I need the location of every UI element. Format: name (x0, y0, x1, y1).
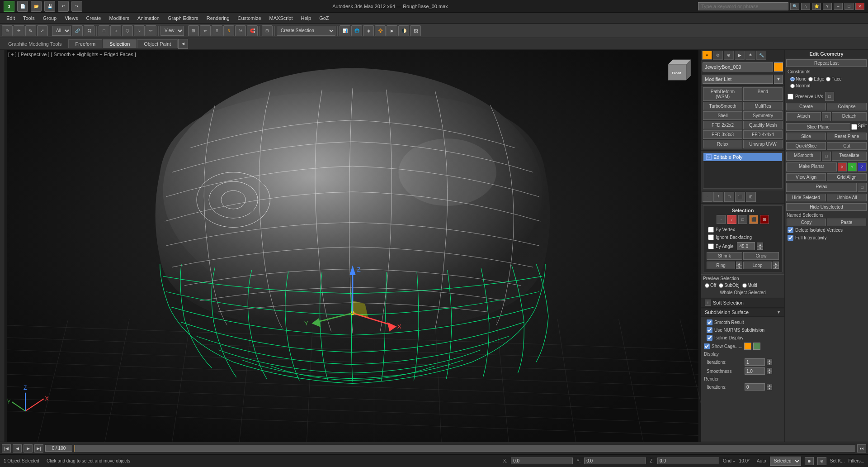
subobj-vertex-btn[interactable]: · (703, 192, 712, 202)
ribbon-tab-object-paint[interactable]: Object Paint (137, 39, 178, 48)
render-iter-up[interactable]: ▲ (767, 384, 772, 387)
menu-goz[interactable]: GoZ (316, 14, 332, 22)
smoothness-spin-down[interactable]: ▼ (767, 371, 772, 374)
help-icon-btn[interactable]: ? (823, 3, 832, 10)
tb-select-btn[interactable]: ⊕ (2, 25, 13, 36)
preserve-uvs-checkbox[interactable] (788, 94, 793, 100)
detach-btn[interactable]: Detach (832, 112, 867, 121)
menu-tools[interactable]: Tools (19, 14, 38, 22)
create-btn[interactable]: Create (786, 103, 826, 110)
preview-off-radio[interactable] (705, 283, 709, 288)
tb-unlink-btn[interactable]: ⛓ (84, 25, 94, 36)
cut-btn[interactable]: Cut (827, 142, 867, 150)
panel-tab-create[interactable]: ✦ (702, 51, 712, 60)
preserve-uvs-settings-btn[interactable]: □ (825, 92, 834, 101)
timeline-track[interactable] (74, 445, 855, 452)
mod-btn-symmetry[interactable]: Symmetry (743, 111, 783, 120)
nav-cube[interactable]: Front (659, 55, 695, 91)
object-name-input[interactable] (703, 62, 773, 71)
iterations-spin-down[interactable]: ▼ (767, 362, 772, 365)
soft-selection-header[interactable]: + Soft Selection (701, 298, 784, 308)
tb-fence-sel-btn[interactable]: ⬡ (122, 25, 133, 36)
timeline-prev-key-btn[interactable]: |◀ (2, 444, 11, 453)
named-sel-paste-btn[interactable]: Paste (827, 219, 866, 226)
add-time-tag-btn[interactable]: ⊕ (817, 457, 826, 465)
tb-material-editor-btn[interactable]: ◈ (363, 25, 374, 36)
undo-btn[interactable]: ↶ (58, 1, 69, 12)
mod-btn-turbosmooth[interactable]: TurboSmooth (703, 102, 742, 110)
tb-snap-opts-btn[interactable]: 🧲 (247, 25, 258, 36)
sel-poly-icon[interactable]: ⬛ (749, 215, 758, 224)
mod-btn-ffd2x2[interactable]: FFD 2x2x2 (703, 121, 742, 129)
tb-move-btn[interactable]: ✛ (14, 25, 24, 36)
constraint-none[interactable]: None (790, 76, 807, 81)
grid-align-btn[interactable]: Grid Align (827, 173, 867, 181)
viewport[interactable]: [ + ] [ Perspective ] [ Smooth + Highlig… (5, 50, 701, 442)
loop-spin-up[interactable]: ▲ (773, 262, 779, 265)
tb-link-btn[interactable]: 🔗 (72, 25, 83, 36)
tb-rect-sel-btn[interactable]: □ (99, 25, 109, 36)
maximize-btn[interactable]: □ (844, 3, 854, 10)
subdivision-surface-header[interactable]: Subdivision Surface ▼ (701, 308, 784, 317)
sel-element-icon[interactable]: ⊞ (760, 215, 769, 224)
z-coord-input[interactable] (657, 457, 719, 464)
shrink-btn[interactable]: Shrink (707, 252, 742, 260)
loop-btn[interactable]: Loop (743, 262, 772, 269)
cage-color2-swatch[interactable] (753, 343, 760, 350)
tb-snap-btn[interactable]: 3 (223, 25, 234, 36)
angle-value-input[interactable] (737, 242, 755, 250)
by-vertex-checkbox[interactable] (708, 227, 714, 233)
x-coord-input[interactable] (511, 457, 573, 464)
ring-spin-up[interactable]: ▲ (736, 262, 742, 265)
menu-edit[interactable]: Edit (3, 14, 19, 22)
preview-multi-radio[interactable] (742, 283, 747, 288)
collapse-btn[interactable]: Collapse (827, 103, 867, 110)
tb-active-shade-btn[interactable]: 🌓 (398, 25, 409, 36)
grow-btn[interactable]: Grow (743, 252, 779, 260)
y-axis-btn[interactable]: Y (848, 162, 857, 172)
iterations-input[interactable] (745, 358, 765, 366)
mod-btn-quadify[interactable]: Quadify Mesh (743, 121, 783, 129)
tb-render-setup-btn[interactable]: 🔆 (375, 25, 386, 36)
smoothness-spin-up[interactable]: ▲ (767, 368, 772, 371)
msmooth-btn[interactable]: MSmooth (786, 152, 821, 161)
iterations-spin-up[interactable]: ▲ (767, 359, 772, 362)
subobj-edge-btn[interactable]: / (713, 192, 723, 202)
redo-btn[interactable]: ↷ (71, 1, 82, 12)
preview-multi-option[interactable]: Multi (742, 283, 757, 288)
tb-create-sel-dropdown[interactable]: Create Selection (277, 26, 335, 36)
named-sel-copy-btn[interactable]: Copy (787, 219, 826, 226)
modifier-list-input[interactable] (703, 75, 773, 84)
loop-spin-down[interactable]: ▼ (773, 265, 779, 269)
z-axis-btn[interactable]: Z (858, 162, 867, 172)
tb-array-btn[interactable]: ⁞⁞ (212, 25, 222, 36)
menu-animation[interactable]: Animation (134, 14, 163, 22)
panel-tab-utilities[interactable]: 🔧 (756, 51, 766, 60)
bookmark-icon-btn[interactable]: ☆ (801, 3, 810, 10)
angle-spin-up[interactable]: ▲ (757, 243, 763, 246)
mod-btn-ffd4x4[interactable]: FFD 4x4x4 (743, 130, 783, 139)
repeat-last-btn[interactable]: Repeat Last (786, 59, 867, 67)
render-iter-down[interactable]: ▼ (767, 387, 772, 390)
smoothness-input[interactable] (745, 367, 765, 375)
show-cage-checkbox[interactable] (704, 343, 710, 349)
use-nurms-checkbox[interactable] (707, 327, 712, 333)
tb-mirror-btn[interactable]: ⇔ (200, 25, 211, 36)
constraint-none-radio[interactable] (790, 77, 795, 81)
tb-track-view-btn[interactable]: 📊 (340, 25, 350, 36)
star-icon-btn[interactable]: ⭐ (812, 3, 821, 10)
stack-item-editable-poly[interactable]: ⬡ Editable Poly (703, 153, 782, 161)
mod-btn-relax[interactable]: Relax (703, 140, 742, 148)
ignore-backfacing-checkbox[interactable] (708, 234, 714, 240)
constraint-face[interactable]: Face (826, 76, 841, 81)
tb-lasso-btn[interactable]: ∿ (134, 25, 145, 36)
tb-circ-sel-btn[interactable]: ○ (110, 25, 121, 36)
timeline-end-btn[interactable]: ⏭ (857, 444, 866, 453)
timeline-prev-btn[interactable]: ◀ (13, 444, 22, 453)
constraint-normal-radio[interactable] (790, 84, 795, 88)
panel-tab-modify[interactable]: ⚙ (713, 51, 723, 60)
relax-btn[interactable]: Relax (786, 183, 857, 192)
constraint-edge-radio[interactable] (808, 77, 813, 81)
modifier-list-arrow[interactable]: ▼ (774, 75, 783, 84)
tb-schematic-btn[interactable]: 🌐 (351, 25, 362, 36)
